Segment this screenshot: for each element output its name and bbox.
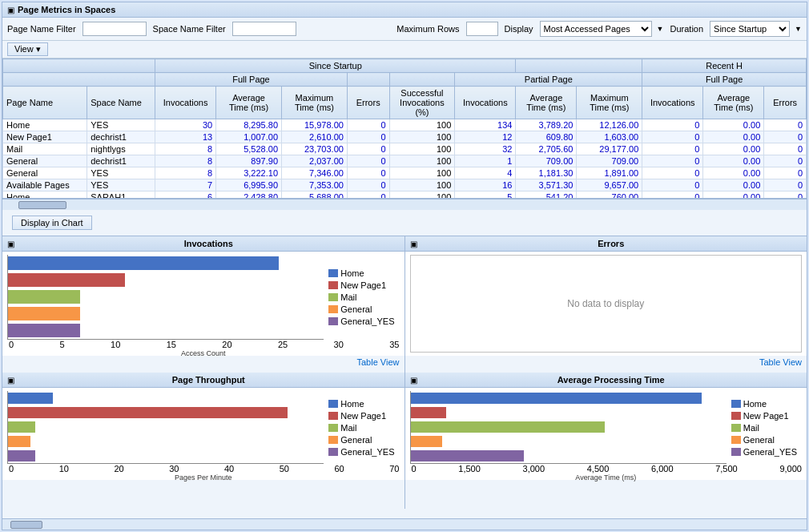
legend-item: Mail xyxy=(328,292,394,302)
errors-chart-panel: ▣ Errors No data to display Table View xyxy=(405,236,807,373)
col-fp-avg: AverageTime (ms) xyxy=(216,87,282,119)
avg-chart-body: HomeNew Page1MailGeneralGeneral_YES 01,5… xyxy=(405,388,807,480)
avg-chart-area: HomeNew Page1MailGeneralGeneral_YES xyxy=(410,391,803,464)
errors-title: Errors xyxy=(421,239,803,248)
bottom-scrollbar[interactable] xyxy=(2,518,807,530)
legend-item: General xyxy=(731,435,797,445)
space-name-filter-label: Space Name Filter xyxy=(153,24,226,34)
throughput-chart-panel: ▣ Page Throughput HomeNew Page1MailGener… xyxy=(2,373,405,509)
col-fp-max: MaximumTime (ms) xyxy=(282,87,348,119)
avg-legend: HomeNew Page1MailGeneralGeneral_YES xyxy=(726,391,802,464)
page-name-filter-input[interactable] xyxy=(83,22,147,36)
throughput-title: Page Throughput xyxy=(18,375,400,385)
legend-item: General_YES xyxy=(328,447,394,457)
throughput-chart-body: HomeNew Page1MailGeneralGeneral_YES 0102… xyxy=(2,388,404,480)
duration-select[interactable]: Since Startup Last Hour Last Day xyxy=(710,21,790,37)
legend-item: General_YES xyxy=(731,447,797,457)
bar-general_yes xyxy=(8,450,35,461)
data-table: Since Startup Recent H Full Page Partial… xyxy=(2,58,807,199)
legend-item: New Page1 xyxy=(328,280,394,290)
space-name-filter-input[interactable] xyxy=(232,22,296,36)
avg-title: Average Processing Time xyxy=(421,375,803,385)
legend-item: General_YES xyxy=(328,316,394,326)
bar-general xyxy=(411,436,442,447)
legend-item: Home xyxy=(328,268,394,278)
scrollbar-thumb[interactable] xyxy=(18,201,66,209)
toolbar: Page Name Filter Space Name Filter Maxim… xyxy=(2,18,807,41)
bar-general_yes xyxy=(411,450,524,461)
table-row: Home YES 30 8,295.80 15,978.00 0 100 134… xyxy=(3,119,807,131)
bar-mail xyxy=(411,421,605,433)
legend-item: Home xyxy=(731,399,797,409)
bar-mail xyxy=(8,290,80,304)
bar-new-page1 xyxy=(8,407,288,418)
max-rows-label: Maximum Rows xyxy=(396,24,459,34)
table-row: New Page1 dechrist1 13 1,007.00 2,610.00… xyxy=(3,131,807,143)
display-in-chart-button[interactable]: Display in Chart xyxy=(12,216,92,230)
main-panel: ▣ Page Metrics in Spaces Page Name Filte… xyxy=(2,2,807,530)
invocations-x-labels: 05101520253035 xyxy=(7,340,400,349)
bar-home xyxy=(8,256,279,270)
errors-panel-header: ▣ Errors xyxy=(405,236,807,252)
invocations-chart-body: HomeNew Page1MailGeneralGeneral_YES 0510… xyxy=(2,252,404,356)
display-label: Display xyxy=(505,24,533,34)
errors-chart-body: No data to display xyxy=(405,252,807,356)
duration-chevron-icon: ▼ xyxy=(795,25,802,33)
legend-item: General xyxy=(328,435,394,445)
avg-panel-header: ▣ Average Processing Time xyxy=(405,373,807,388)
table-row: General YES 8 3,222.10 7,346.00 0 100 4 … xyxy=(3,167,807,179)
bar-new-page1 xyxy=(411,407,446,418)
table-row: Available Pages YES 7 6,995.90 7,353.00 … xyxy=(3,179,807,191)
errors-collapse-icon[interactable]: ▣ xyxy=(410,240,417,248)
legend-item: Mail xyxy=(328,423,394,433)
collapse-icon[interactable]: ▣ xyxy=(7,6,14,14)
invocations-title: Invocations xyxy=(18,239,400,248)
table-body: Home YES 30 8,295.80 15,978.00 0 100 134… xyxy=(3,119,807,200)
throughput-collapse-icon[interactable]: ▣ xyxy=(7,376,14,385)
legend-item: Home xyxy=(328,399,394,409)
avg-x-labels: 01,5003,0004,5006,0007,5009,000 xyxy=(410,464,803,474)
throughput-legend: HomeNew Page1MailGeneralGeneral_YES xyxy=(324,391,399,464)
invocations-table-view-link[interactable]: Table View xyxy=(2,356,404,369)
avg-collapse-icon[interactable]: ▣ xyxy=(410,376,417,385)
table-row: Mail nightlygs 8 5,528.00 23,703.00 0 10… xyxy=(3,143,807,155)
invocations-chart-panel: ▣ Invocations HomeNew Page1MailGeneralGe… xyxy=(2,236,405,373)
col-pp-avg: AverageTime (ms) xyxy=(516,87,577,119)
partial-page-header: Partial Page xyxy=(455,73,642,87)
errors-table-view-link[interactable]: Table View xyxy=(405,356,807,369)
invocations-panel-header: ▣ Invocations xyxy=(2,236,404,252)
bar-home xyxy=(411,393,702,404)
avg-bars xyxy=(410,391,726,464)
bar-general_yes xyxy=(8,324,80,337)
max-rows-input[interactable] xyxy=(466,22,498,36)
since-startup-header: Since Startup xyxy=(155,59,516,73)
col-pp-max: MaximumTime (ms) xyxy=(577,87,642,119)
view-button[interactable]: View ▾ xyxy=(7,42,48,56)
view-row: View ▾ xyxy=(2,41,807,58)
table-row: Home SARAH1 6 2,428.80 5,688.00 0 100 5 … xyxy=(3,191,807,200)
col-space-name: Space Name xyxy=(87,87,155,119)
invocations-x-title: Access Count xyxy=(7,349,400,357)
full-page-header-2: Full Page xyxy=(642,73,807,87)
legend-item: Mail xyxy=(731,423,797,433)
bottom-scrollbar-thumb[interactable] xyxy=(10,521,42,529)
display-select[interactable]: Most Accessed Pages All Pages xyxy=(540,21,652,37)
col-rh-inv: Invocations xyxy=(642,87,703,119)
invocations-bars xyxy=(7,255,324,340)
col-page-name: Page Name xyxy=(3,87,87,119)
legend-item: New Page1 xyxy=(328,411,394,421)
col-fp-succ: SuccessfulInvocations(%) xyxy=(389,87,455,119)
invocations-collapse-icon[interactable]: ▣ xyxy=(7,240,14,248)
errors-no-data: No data to display xyxy=(410,255,803,353)
col-fp-err: Errors xyxy=(347,87,389,119)
col-fp-inv: Invocations xyxy=(155,87,216,119)
charts-bottom-row: ▣ Page Throughput HomeNew Page1MailGener… xyxy=(2,373,807,509)
throughput-chart-area: HomeNew Page1MailGeneralGeneral_YES xyxy=(7,391,400,464)
avg-x-title: Average Time (ms) xyxy=(410,474,803,482)
panel-title: Page Metrics in Spaces xyxy=(18,5,115,14)
table-container[interactable]: Since Startup Recent H Full Page Partial… xyxy=(2,58,807,199)
invocations-chart-area: HomeNew Page1MailGeneralGeneral_YES xyxy=(7,255,400,340)
bar-mail xyxy=(8,421,35,433)
bar-new-page1 xyxy=(8,273,125,287)
table-scrollbar-h[interactable] xyxy=(2,199,807,210)
